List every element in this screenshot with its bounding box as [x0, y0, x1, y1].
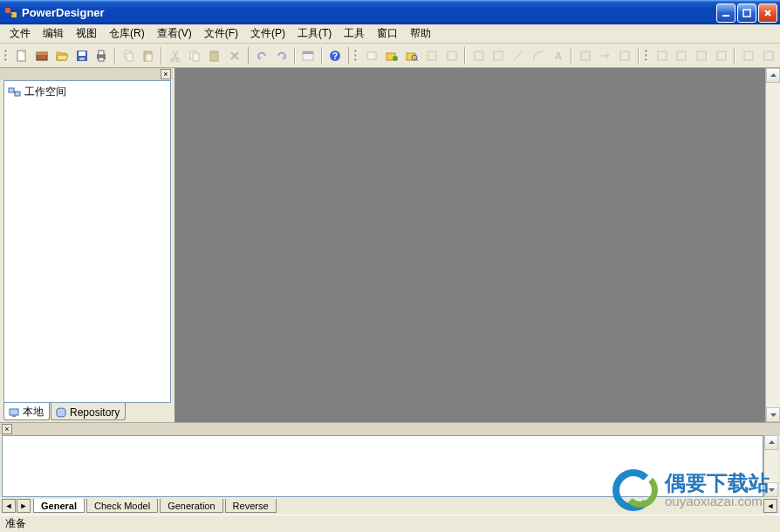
- svg-rect-48: [12, 415, 16, 417]
- menu-tools-t[interactable]: 工具(T): [291, 24, 338, 43]
- menu-view[interactable]: 视图: [70, 24, 103, 43]
- sidebar-close-button[interactable]: ×: [161, 69, 171, 79]
- btn-text[interactable]: A: [549, 46, 567, 65]
- toolbar-grip-3[interactable]: [645, 46, 650, 65]
- workspace-node[interactable]: 工作空间: [7, 84, 168, 100]
- delete-button[interactable]: [226, 46, 244, 65]
- btn-a2[interactable]: [442, 46, 461, 65]
- cut-button[interactable]: [166, 46, 184, 65]
- btn-c1[interactable]: [576, 46, 594, 65]
- menu-file-f[interactable]: 文件(F): [198, 24, 244, 43]
- tab-generation[interactable]: Generation: [160, 499, 222, 513]
- menu-help[interactable]: 帮助: [404, 24, 437, 43]
- tab-check-model[interactable]: Check Model: [86, 499, 158, 513]
- btn-b1[interactable]: [469, 46, 488, 65]
- tab-repository[interactable]: Repository: [51, 403, 126, 420]
- save-button[interactable]: [72, 46, 91, 65]
- tab-general[interactable]: General: [33, 499, 85, 513]
- tab-nav-next[interactable]: ►: [17, 499, 31, 513]
- workspace-label: 工作空间: [24, 85, 66, 99]
- tab-local[interactable]: 本地: [3, 403, 50, 420]
- paste2-button[interactable]: [206, 46, 224, 65]
- svg-rect-3: [743, 10, 750, 17]
- tab-reverse[interactable]: Reverse: [225, 499, 277, 513]
- svg-rect-34: [475, 51, 483, 60]
- btn-b2[interactable]: [489, 46, 508, 65]
- menu-file[interactable]: 文件: [3, 24, 37, 43]
- btn-e2[interactable]: [759, 46, 777, 65]
- svg-rect-42: [717, 51, 726, 60]
- btn-repo-open[interactable]: [383, 46, 401, 65]
- svg-rect-20: [193, 53, 199, 61]
- project-button[interactable]: [32, 46, 51, 65]
- menu-repository[interactable]: 仓库(R): [103, 24, 151, 43]
- menu-look[interactable]: 查看(V): [151, 24, 198, 43]
- output-scroll-down[interactable]: [764, 482, 778, 497]
- copy-button[interactable]: [120, 46, 138, 65]
- svg-rect-47: [10, 409, 18, 415]
- help-button[interactable]: ?: [326, 46, 345, 65]
- object-browser[interactable]: 工作空间: [3, 80, 171, 403]
- paste-button[interactable]: [140, 46, 158, 65]
- close-button[interactable]: [758, 3, 777, 23]
- properties-button[interactable]: [299, 46, 318, 65]
- print-button[interactable]: [92, 46, 111, 65]
- menu-window[interactable]: 窗口: [371, 24, 404, 43]
- btn-arc[interactable]: [530, 46, 548, 65]
- svg-text:A: A: [555, 51, 562, 61]
- scroll-track[interactable]: [766, 83, 780, 407]
- output-panel: × ◄ ► General Check Model Generation Rev…: [0, 423, 780, 515]
- tab-nav-prev[interactable]: ◄: [2, 499, 16, 513]
- svg-rect-38: [620, 51, 629, 60]
- svg-rect-9: [79, 58, 85, 60]
- btn-e1[interactable]: [739, 46, 757, 65]
- undo-button[interactable]: [252, 46, 270, 65]
- btn-find[interactable]: [363, 46, 381, 65]
- canvas-scrollbar[interactable]: [765, 68, 780, 422]
- svg-rect-16: [146, 54, 152, 61]
- redo-button[interactable]: [272, 46, 291, 65]
- svg-rect-27: [367, 52, 376, 59]
- svg-rect-37: [581, 51, 590, 60]
- btn-a1[interactable]: [423, 46, 441, 65]
- scroll-up-button[interactable]: [766, 68, 780, 83]
- toolbar-grip[interactable]: [4, 46, 10, 65]
- title-bar: PowerDesigner: [0, 0, 780, 24]
- svg-point-29: [393, 56, 398, 61]
- toolbar-grip-2[interactable]: [354, 46, 359, 65]
- svg-rect-33: [448, 51, 456, 60]
- output-scrollbar[interactable]: [763, 435, 778, 497]
- svg-point-17: [171, 58, 174, 62]
- btn-repo-find[interactable]: [403, 46, 421, 65]
- output-scroll-up[interactable]: [764, 435, 778, 450]
- btn-d1[interactable]: [653, 46, 671, 65]
- btn-d4[interactable]: [713, 46, 731, 65]
- local-icon: [8, 406, 20, 419]
- maximize-button[interactable]: [737, 3, 756, 23]
- btn-c2[interactable]: [596, 46, 614, 65]
- svg-rect-40: [677, 51, 686, 60]
- btn-c3[interactable]: [616, 46, 634, 65]
- btn-d2[interactable]: [673, 46, 691, 65]
- tab-nav-prev2[interactable]: ◄: [763, 499, 777, 513]
- output-text[interactable]: [2, 435, 763, 497]
- output-close-button[interactable]: ×: [2, 424, 12, 434]
- menu-edit[interactable]: 编辑: [37, 24, 70, 43]
- svg-rect-8: [79, 51, 86, 56]
- svg-rect-24: [303, 51, 313, 54]
- svg-rect-30: [407, 53, 415, 60]
- svg-rect-45: [9, 88, 14, 92]
- scroll-down-button[interactable]: [766, 407, 780, 422]
- svg-rect-2: [722, 15, 729, 17]
- menu-tools[interactable]: 工具: [338, 24, 371, 43]
- btn-d3[interactable]: [693, 46, 711, 65]
- open-button[interactable]: [52, 46, 71, 65]
- btn-line[interactable]: [510, 46, 528, 65]
- svg-text:?: ?: [332, 51, 338, 61]
- svg-rect-39: [658, 51, 667, 60]
- copy2-button[interactable]: [186, 46, 204, 65]
- menu-file-p[interactable]: 文件(P): [244, 24, 291, 43]
- minimize-button[interactable]: [716, 3, 736, 23]
- new-button[interactable]: [13, 46, 31, 65]
- sidebar-tabs: 本地 Repository: [0, 403, 173, 422]
